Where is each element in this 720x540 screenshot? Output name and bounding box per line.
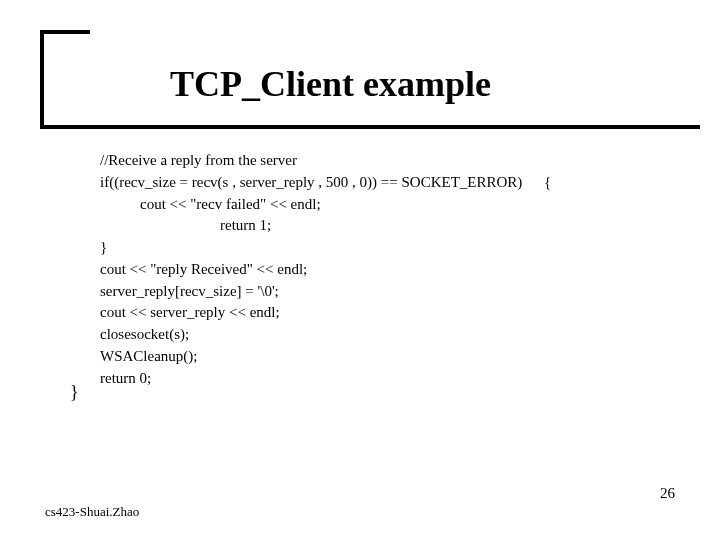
title-rule-vertical [40,30,44,125]
code-line: closesocket(s); [100,324,680,346]
footer-page-number: 26 [660,485,675,502]
code-line: } [100,237,680,259]
code-body: //Receive a reply from the server if((re… [100,150,680,389]
code-line: if((recv_size = recv(s , server_reply , … [100,172,680,194]
code-line: return 0; [100,368,680,390]
slide: TCP_Client example //Receive a reply fro… [0,0,720,540]
code-text: { [544,172,551,194]
code-line: cout << server_reply << endl; [100,302,680,324]
code-line: return 1; [100,215,680,237]
code-line: //Receive a reply from the server [100,150,680,172]
code-line: server_reply[recv_size] = '\0'; [100,281,680,303]
code-line: cout << "recv failed" << endl; [100,194,680,216]
title-area: TCP_Client example [40,30,700,125]
title-rule-bottom [40,125,700,129]
code-line: cout << "reply Received" << endl; [100,259,680,281]
code-line: WSACleanup(); [100,346,680,368]
footer-author: cs423-Shuai.Zhao [45,504,139,520]
code-text: if((recv_size = recv(s , server_reply , … [100,174,522,190]
closing-brace: } [70,382,79,403]
slide-title: TCP_Client example [170,63,491,105]
title-rule-top [40,30,90,34]
